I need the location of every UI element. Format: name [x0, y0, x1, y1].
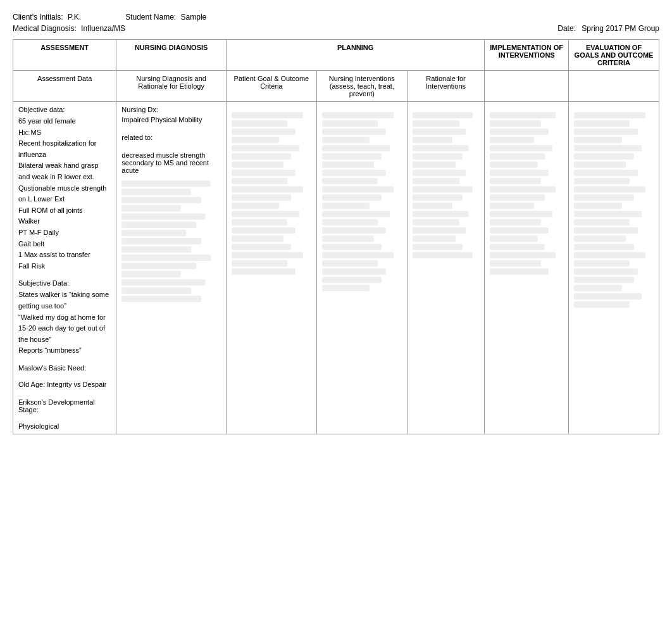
- evaluation-blurred: [574, 112, 654, 308]
- student-name-value: Sample: [181, 13, 207, 22]
- col-header-nursing-dx: NURSING DIAGNOSIS: [116, 40, 227, 71]
- client-initials-label: Client's Initials:: [13, 13, 63, 22]
- medical-diagnosis-label: Medical Diagnosis:: [13, 24, 77, 33]
- nursing-dx-blurred: [121, 180, 221, 302]
- physiological: Physiological: [18, 422, 111, 430]
- rationale-blurred: [413, 112, 480, 258]
- col-header-planning: PLANNING: [226, 40, 484, 71]
- sub-header-evaluation: [569, 71, 659, 102]
- subj-item-1: States walker is “taking some getting us…: [18, 289, 111, 312]
- obj-item-1: 65 year old female: [18, 116, 111, 127]
- sub-header-assessment: Assessment Data: [13, 71, 116, 102]
- subjective-items: States walker is “taking some getting us…: [18, 289, 111, 356]
- subj-item-2: “Walked my dog at home for 15-20 each da…: [18, 312, 111, 346]
- client-initials-field: Client's Initials: P.K.: [13, 13, 81, 22]
- nursing-dx-label: Nursing Dx:: [121, 106, 221, 113]
- subj-item-3: Reports “numbness”: [18, 345, 111, 356]
- subjective-label: Subjective Data:: [18, 279, 111, 287]
- nursing-dx-cell: Nursing Dx: Impaired Physical Mobility r…: [116, 102, 227, 434]
- obj-item-2: Hx: MS: [18, 127, 111, 139]
- col-header-assessment: ASSESSMENT: [13, 40, 116, 71]
- sub-header-implementation: [485, 71, 569, 102]
- col-header-implementation: IMPLEMENTATION OF INTERVENTIONS: [485, 40, 569, 71]
- obj-item-3: Recent hospitalization for influenza: [18, 138, 111, 160]
- header-row1: Client's Initials: P.K. Student Name: Sa…: [13, 13, 659, 22]
- patient-goal-cell: [226, 102, 316, 434]
- implementation-cell: [485, 102, 569, 434]
- maslows-label: Maslow's Basic Need:: [18, 364, 111, 372]
- date-field: Date: Spring 2017 PM Group: [557, 24, 659, 33]
- sub-header-rationale: Rationale for Interventions: [407, 71, 485, 102]
- objective-label: Objective data:: [18, 106, 111, 113]
- obj-item-6: Full ROM of all joints: [18, 205, 111, 217]
- student-name-field: Student Name: Sample: [125, 13, 206, 22]
- obj-item-4: Bilateral weak hand grasp and weak in R …: [18, 160, 111, 182]
- medical-diagnosis-field: Medical Diagnosis: Influenza/MS: [13, 24, 125, 33]
- nursing-dx-related-to: related to:: [121, 134, 221, 141]
- obj-item-10: 1 Max assist to transfer: [18, 249, 111, 261]
- student-name-label: Student Name:: [125, 13, 176, 22]
- evaluation-cell: [569, 102, 659, 434]
- obj-item-9: Gait belt: [18, 239, 111, 250]
- main-table: ASSESSMENT NURSING DIAGNOSIS PLANNING IM…: [13, 39, 659, 434]
- obj-item-7: Walker: [18, 216, 111, 227]
- header-row2: Medical Diagnosis: Influenza/MS Date: Sp…: [13, 24, 659, 33]
- developmental-label: Erikson's Developmental Stage:: [18, 398, 111, 413]
- patient-goal-blurred: [232, 112, 311, 275]
- nursing-dx-etiology: decreased muscle strength secondary to M…: [121, 151, 221, 174]
- nursing-interventions-cell: [316, 102, 407, 434]
- date-value: Spring 2017 PM Group: [582, 24, 659, 33]
- implementation-blurred: [490, 112, 563, 275]
- rationale-cell: [407, 102, 485, 434]
- nursing-dx-diagnosis: Impaired Physical Mobility: [121, 116, 221, 123]
- sub-header-patient-goal: Patient Goal & Outcome Criteria: [226, 71, 316, 102]
- page: Client's Initials: P.K. Student Name: Sa…: [0, 0, 672, 637]
- medical-diagnosis-value: Influenza/MS: [81, 24, 125, 33]
- sub-header-nursing-int: Nursing Interventions (assess, teach, tr…: [316, 71, 407, 102]
- erikson-label: Old Age: Integrity vs Despair: [18, 381, 111, 388]
- objective-items: 65 year old female Hx: MS Recent hospita…: [18, 116, 111, 272]
- obj-item-8: PT M-F Daily: [18, 227, 111, 239]
- date-label: Date:: [557, 24, 576, 33]
- sub-header-nursing-dx: Nursing Diagnosis and Rationale for Etio…: [116, 71, 227, 102]
- col-header-evaluation: EVALUATION OF GOALS AND OUTCOME CRITERIA: [569, 40, 659, 71]
- nursing-int-blurred: [322, 112, 402, 291]
- obj-item-5: Qustionable muscle strength on L Lower E…: [18, 183, 111, 205]
- client-initials-value: P.K.: [68, 13, 81, 22]
- assessment-data-cell: Objective data: 65 year old female Hx: M…: [13, 102, 116, 434]
- obj-item-11: Fall Risk: [18, 261, 111, 272]
